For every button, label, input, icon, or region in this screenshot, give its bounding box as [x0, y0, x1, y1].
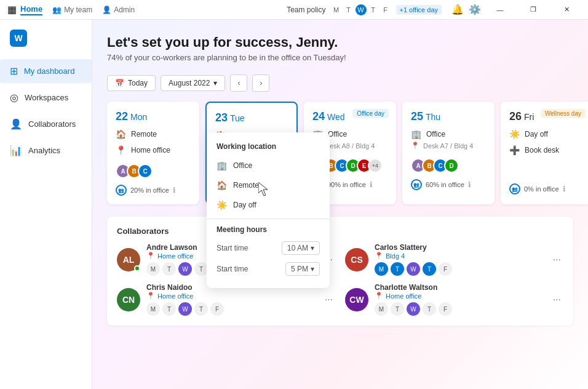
- day-chip: F: [210, 302, 224, 316]
- day-25-number: 25: [411, 110, 423, 123]
- day-W: W: [356, 4, 367, 15]
- main-content: Let's set you up for success, Jenny. 74%…: [92, 20, 588, 389]
- collab-row-charlotte: CW Charlotte Waltson 📍 Home office M T W…: [345, 283, 563, 316]
- sidebar-item-collaborators[interactable]: 👤 Collaborators: [0, 112, 92, 136]
- day-card-thu: 25 Thu 🏢 Office 📍 Desk A7 / Bldg 4 A B C…: [402, 102, 495, 204]
- today-button[interactable]: 📅 Today: [107, 75, 156, 91]
- location-pin-icon: 📍: [146, 292, 155, 300]
- end-time-label: Start time: [217, 265, 248, 273]
- settings-icon[interactable]: ⚙️: [469, 4, 481, 15]
- collab-more-chris[interactable]: ···: [322, 294, 335, 305]
- location-pin-icon: 📍: [146, 252, 155, 260]
- day-chip: M: [146, 262, 160, 276]
- fri-dayoff: ☀️ Day off: [509, 129, 584, 139]
- collab-more-charlotte[interactable]: ···: [550, 294, 563, 305]
- collab-row-carlos: CS Carlos Slattery 📍 Bldg 4 M T W T: [345, 243, 563, 276]
- day-chip: T: [162, 302, 176, 316]
- chevron-down-icon: ▾: [311, 244, 314, 252]
- day-letters: M T W T F: [331, 4, 391, 15]
- day-chip: W: [407, 302, 420, 316]
- maximize-button[interactable]: ❐: [519, 0, 547, 20]
- avatar-extra-count: +4: [368, 158, 383, 173]
- day-card-mon: 22 Mon 🏠 Remote 📍 Home office A B C: [107, 102, 199, 204]
- start-time-row: Start time 10 AM ▾: [207, 239, 330, 260]
- day-chip: T: [162, 262, 176, 276]
- collab-loc-charlotte: 📍 Home office: [375, 292, 544, 300]
- collab-avatar-carlos: CS: [345, 248, 368, 271]
- location-pin-icon: 📍: [375, 252, 383, 260]
- collab-more-carlos[interactable]: ···: [550, 254, 563, 265]
- calendar-icon: 📅: [115, 79, 124, 87]
- dropdown-dayoff[interactable]: ☀️ Day off: [207, 195, 330, 215]
- building-icon: 🏢: [411, 129, 421, 139]
- info-icon: ℹ: [468, 180, 471, 189]
- day-chip: T: [423, 302, 436, 316]
- day-chip: T: [194, 302, 208, 316]
- chevron-down-icon: ▾: [311, 265, 314, 273]
- location-pin-icon: 📍: [375, 292, 383, 300]
- thu-avatars: A B C D: [411, 158, 486, 173]
- sidebar-item-analytics[interactable]: 📊 Analytics: [0, 138, 92, 162]
- end-time-row: Start time 5 PM ▾: [207, 260, 330, 281]
- tab-home[interactable]: Home: [20, 4, 42, 15]
- pin-icon: 📍: [116, 145, 126, 155]
- collaborator-rows-2: CN Chris Naidoo 📍 Home office M T W T: [117, 283, 563, 316]
- day-F: F: [380, 4, 391, 15]
- prev-arrow[interactable]: ‹: [230, 74, 247, 92]
- day-22-number: 22: [116, 110, 128, 123]
- avatar: C: [138, 164, 153, 178]
- remote-icon: 🏠: [217, 180, 227, 190]
- sun-icon: ☀️: [509, 129, 520, 139]
- collaborators-icon: 👤: [10, 118, 22, 130]
- sidebar-logo: W: [0, 25, 92, 57]
- mon-avatars: A B C: [116, 164, 191, 178]
- info-icon: ℹ: [370, 180, 373, 189]
- day-26-name: Fri: [524, 112, 534, 122]
- sidebar-label-analytics: Analytics: [28, 146, 60, 155]
- fri-book-desk: ➕ Book desk: [509, 145, 584, 155]
- day-chip: T: [423, 262, 436, 276]
- day-chip: M: [146, 302, 160, 316]
- mon-pct: 👥 20% in office ℹ: [116, 185, 191, 196]
- sidebar: W ⊞ My dashboard ◎ Workspaces 👤 Collabor…: [0, 20, 92, 389]
- day-chip: F: [439, 262, 452, 276]
- pct-icon: 👥: [411, 179, 422, 190]
- day-25-name: Thu: [426, 112, 440, 122]
- thu-pct: 👥 60% in office ℹ: [411, 179, 486, 190]
- calendar-controls: 📅 Today August 2022 ▾ ‹ ›: [107, 74, 573, 92]
- day-23-name: Tue: [230, 113, 245, 123]
- titlebar-left: ▦ Home 👥 My team 👤 Admin: [7, 4, 277, 15]
- plus-icon: ➕: [509, 145, 520, 155]
- dropdown-title: Working location: [207, 140, 330, 156]
- meeting-hours-label: Meeting hours: [207, 223, 330, 239]
- day-card-fri: 26 Fri Wellness day ☀️ Day off ➕ Book de…: [501, 102, 588, 204]
- minimize-button[interactable]: —: [486, 0, 514, 20]
- thu-desk: 📍 Desk A7 / Bldg 4: [411, 142, 486, 150]
- day-chip: W: [407, 262, 420, 276]
- info-icon: ℹ: [563, 185, 566, 193]
- end-time-select[interactable]: 5 PM ▾: [285, 262, 320, 276]
- wellness-day-badge: Wellness day: [541, 109, 586, 118]
- month-selector[interactable]: August 2022 ▾: [161, 75, 225, 91]
- next-arrow[interactable]: ›: [252, 74, 269, 92]
- day-T: T: [343, 4, 354, 15]
- day-chip: T: [391, 302, 404, 316]
- mon-remote: 🏠 Remote: [116, 129, 191, 139]
- close-button[interactable]: ✕: [552, 0, 581, 20]
- notification-icon[interactable]: 🔔: [451, 4, 464, 15]
- dropdown-office[interactable]: 🏢 Office: [207, 156, 330, 175]
- sidebar-label-dashboard: My dashboard: [24, 66, 74, 76]
- tab-my-team[interactable]: 👥 My team: [52, 6, 92, 14]
- end-time-value: 5 PM: [291, 265, 308, 273]
- sidebar-item-workspaces[interactable]: ◎ Workspaces: [0, 86, 92, 110]
- office-icon: 🏢: [217, 161, 227, 170]
- tab-admin[interactable]: 👤 Admin: [102, 6, 135, 14]
- sun-icon: ☀️: [217, 200, 227, 210]
- collab-days-charlotte: M T W T F: [375, 302, 544, 316]
- collab-info-charlotte: Charlotte Waltson 📍 Home office M T W T …: [375, 283, 544, 316]
- dropdown-remote[interactable]: 🏠 Remote: [207, 175, 330, 195]
- sidebar-item-dashboard[interactable]: ⊞ My dashboard: [0, 59, 92, 83]
- start-time-select[interactable]: 10 AM ▾: [282, 241, 320, 255]
- pct-icon: 👥: [509, 183, 520, 194]
- day-chip: M: [375, 262, 388, 276]
